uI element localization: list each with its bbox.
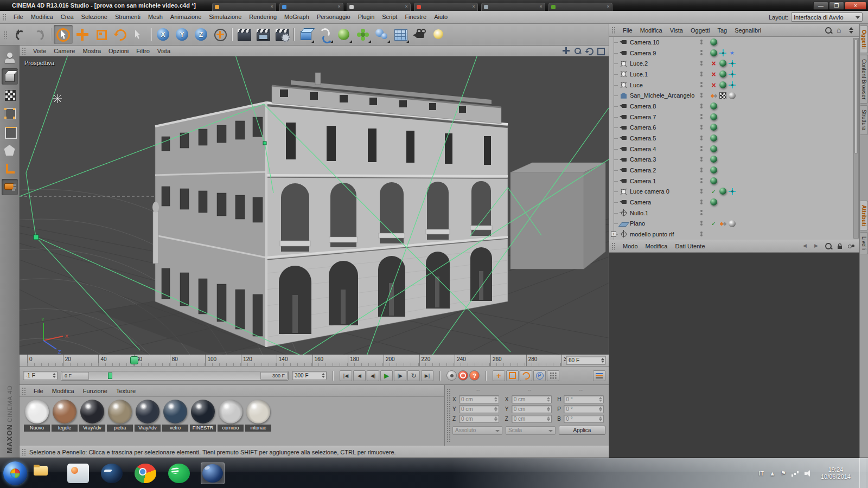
scrollbar-thumb[interactable] <box>854 40 858 153</box>
sphere-tag[interactable] <box>710 177 717 184</box>
sphere-tag[interactable] <box>710 38 717 46</box>
object-row[interactable]: Luce camera 0 <box>609 186 859 197</box>
material-item[interactable]: pietra <box>107 399 133 432</box>
close-button[interactable]: × <box>845 2 866 10</box>
background-window-tab[interactable]: × <box>347 3 411 11</box>
tab-close-icon[interactable]: × <box>540 4 542 9</box>
rotate-icon[interactable] <box>111 25 130 44</box>
palette-grip[interactable] <box>2 14 7 21</box>
add-generator-icon[interactable] <box>334 25 353 44</box>
object-name[interactable]: Camera.10 <box>630 39 659 46</box>
sphere-tag[interactable] <box>719 188 726 195</box>
current-frame-marker[interactable] <box>130 356 138 364</box>
size-mode-dropdown[interactable]: Scala <box>506 426 556 435</box>
maximize-icon[interactable] <box>596 47 604 55</box>
menu-item[interactable]: Modifica <box>27 11 57 23</box>
autokey-button[interactable] <box>458 370 468 381</box>
object-name[interactable]: Camera <box>630 199 651 206</box>
separator[interactable] <box>149 27 154 43</box>
panel-tab[interactable]: Livelli <box>860 232 868 254</box>
object-row[interactable]: Camera.5 <box>609 133 859 144</box>
key-rotation-button[interactable] <box>520 370 532 381</box>
panel-tab[interactable]: Struttura <box>860 105 868 134</box>
sphere-tag[interactable] <box>710 166 717 174</box>
paint-mode-icon[interactable] <box>2 179 18 195</box>
visibility-dots[interactable] <box>700 220 703 227</box>
separator[interactable] <box>49 27 54 43</box>
undo-icon[interactable] <box>11 25 30 44</box>
viewport-canvas[interactable]: Prospettiva <box>20 56 609 355</box>
key-pla-button[interactable] <box>547 370 559 381</box>
visibility-dots[interactable] <box>700 209 703 216</box>
add-camera-icon[interactable] <box>410 25 429 44</box>
object-row[interactable]: Camera.7 <box>609 112 859 123</box>
object-manager-menu-item[interactable]: Tag <box>713 27 731 34</box>
menu-item[interactable]: Personaggio <box>313 11 354 23</box>
keys-icon[interactable] <box>847 242 855 250</box>
show-desktop-button[interactable] <box>859 458 866 488</box>
explorer-icon[interactable] <box>33 463 56 484</box>
viewport-menu-item[interactable]: Viste <box>29 48 50 54</box>
visibility-dots[interactable] <box>700 70 703 78</box>
size-field[interactable]: 0 cm <box>512 405 552 413</box>
render-view-icon[interactable] <box>234 25 253 44</box>
viewport-menu-item[interactable]: Opzioni <box>105 48 132 54</box>
zoom-icon[interactable] <box>573 47 582 55</box>
visibility-dots[interactable] <box>700 230 703 237</box>
visibility-dots[interactable] <box>700 113 703 120</box>
check-tag[interactable] <box>710 188 717 195</box>
apply-button[interactable]: Applica <box>559 426 605 435</box>
maximize-button[interactable]: ❐ <box>829 2 844 10</box>
checker-tag[interactable] <box>719 92 726 99</box>
object-row[interactable]: Camera.4 <box>609 144 859 155</box>
redo-icon[interactable] <box>30 25 49 44</box>
tab-close-icon[interactable]: × <box>473 4 475 9</box>
object-row[interactable]: Camera <box>609 197 859 208</box>
object-manager-menu-item[interactable]: Vista <box>666 27 687 34</box>
sphere-tag[interactable] <box>710 134 717 142</box>
object-list-scrollbar[interactable] <box>853 38 859 239</box>
sphere-tag[interactable] <box>710 113 717 120</box>
add-cube-icon[interactable] <box>296 25 315 44</box>
palette-button[interactable] <box>593 370 605 381</box>
menu-item[interactable]: Plugin <box>354 11 379 23</box>
sphere-tag[interactable] <box>710 145 717 152</box>
next-frame-button[interactable] <box>394 370 406 381</box>
background-window-tab[interactable]: × <box>414 3 478 11</box>
viewport-menu-item[interactable]: Vista <box>154 48 174 54</box>
axis-mode-icon[interactable] <box>2 160 18 177</box>
material-item[interactable]: Nuovo <box>24 399 50 432</box>
range-start-handle[interactable]: 0 F <box>62 372 89 380</box>
sphere-tag[interactable] <box>719 70 726 78</box>
pan-icon[interactable] <box>562 47 570 55</box>
object-name[interactable]: Luce.2 <box>630 60 648 67</box>
add-mograph-icon[interactable] <box>353 25 372 44</box>
position-mode-dropdown[interactable]: Assoluto <box>452 426 502 435</box>
object-row[interactable]: Nullo.1 <box>609 208 859 219</box>
visibility-dots[interactable] <box>700 81 703 88</box>
language-indicator[interactable]: IT <box>758 470 764 477</box>
material-menu-item[interactable]: Modifica <box>48 388 79 394</box>
size-field[interactable]: 0 cm <box>512 415 552 423</box>
fold-icon[interactable] <box>847 27 855 34</box>
object-name[interactable]: Camera.1 <box>630 178 656 184</box>
key-scale-button[interactable] <box>506 370 519 381</box>
material-preview-sphere[interactable] <box>108 400 132 423</box>
material-item[interactable]: intonac <box>245 399 271 432</box>
sphere-tag[interactable] <box>710 49 717 56</box>
visibility-dots[interactable] <box>700 156 703 163</box>
object-row[interactable]: Camera.3 <box>609 154 859 165</box>
object-manager-menu-item[interactable]: File <box>619 27 636 34</box>
viewport-menu-item[interactable]: Filtro <box>132 48 153 54</box>
visibility-dots[interactable] <box>700 49 703 56</box>
chrome-icon[interactable] <box>133 463 157 484</box>
object-row[interactable]: Camera.2 <box>609 165 859 176</box>
target-tag[interactable] <box>729 60 736 67</box>
panel-tab[interactable]: Oggetti <box>860 25 868 53</box>
convert-icon[interactable] <box>2 50 18 66</box>
visibility-dots[interactable] <box>700 124 703 131</box>
menu-item[interactable]: Strumenti <box>111 11 144 23</box>
search-icon[interactable] <box>825 242 832 250</box>
material-menu-item[interactable]: Funzione <box>79 388 112 394</box>
object-name[interactable]: Camera.8 <box>630 103 656 110</box>
